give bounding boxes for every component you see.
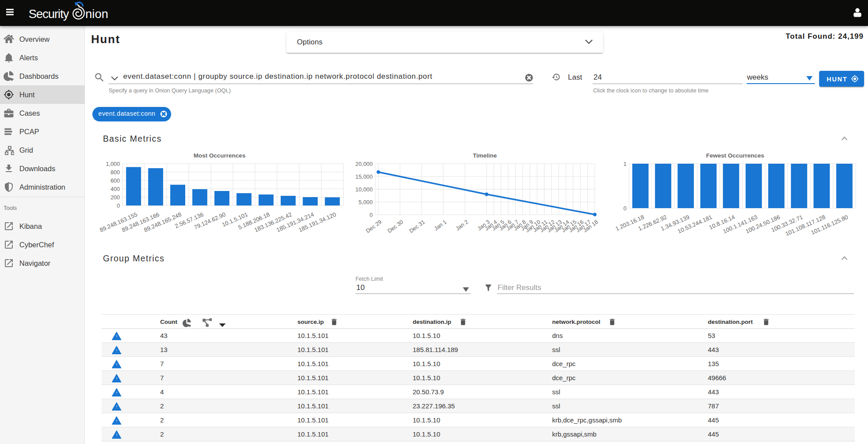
svg-text:Jan 8: Jan 8 <box>513 219 527 232</box>
svg-text:79.124.62.90: 79.124.62.90 <box>193 211 227 231</box>
svg-text:Jan 3: Jan 3 <box>476 219 491 232</box>
svg-text:100.24.50.186: 100.24.50.186 <box>744 214 781 235</box>
svg-text:100.33.32.71: 100.33.32.71 <box>770 214 804 234</box>
svg-text:Dec 29: Dec 29 <box>365 219 383 234</box>
svg-text:2.56.57.136: 2.56.57.136 <box>174 211 205 230</box>
svg-text:Jan 17: Jan 17 <box>575 219 592 234</box>
svg-text:1.226.62.92: 1.226.62.92 <box>637 214 668 232</box>
svg-text:Jan 18: Jan 18 <box>582 219 599 234</box>
svg-text:Dec 30: Dec 30 <box>387 219 405 234</box>
svg-text:Jan 6: Jan 6 <box>498 219 513 232</box>
svg-text:Security: Security <box>29 7 69 21</box>
svg-text:400: 400 <box>110 186 120 192</box>
svg-text:Jan 15: Jan 15 <box>560 219 578 234</box>
svg-text:Fewest Occurrences: Fewest Occurrences <box>706 152 764 159</box>
svg-text:0: 0 <box>370 212 373 218</box>
svg-text:10.1.5.101: 10.1.5.101 <box>221 211 249 228</box>
svg-text:89.248.163.155: 89.248.163.155 <box>99 211 138 234</box>
svg-text:Jan 13: Jan 13 <box>546 219 563 234</box>
svg-text:Jan 9: Jan 9 <box>520 219 534 232</box>
svg-text:Jan 4: Jan 4 <box>483 219 498 232</box>
svg-text:1.34.93.139: 1.34.93.139 <box>660 214 691 232</box>
svg-text:0: 0 <box>623 205 626 212</box>
svg-text:Jan 12: Jan 12 <box>539 219 556 234</box>
svg-text:5.188.206.18: 5.188.206.18 <box>237 211 271 231</box>
svg-text:10.53.244.181: 10.53.244.181 <box>677 214 713 235</box>
svg-text:Jan 2: Jan 2 <box>455 219 469 232</box>
svg-text:Jan 11: Jan 11 <box>532 219 549 233</box>
svg-text:5,000: 5,000 <box>359 199 373 205</box>
svg-text:Jan 14: Jan 14 <box>553 219 570 234</box>
svg-text:185.191.34.120: 185.191.34.120 <box>297 211 337 234</box>
svg-text:600: 600 <box>110 177 120 184</box>
svg-text:10.8.16.14: 10.8.16.14 <box>708 214 736 231</box>
svg-text:20,000: 20,000 <box>355 161 373 167</box>
svg-text:1.203.16.18: 1.203.16.18 <box>615 214 645 232</box>
svg-text:185.191.34.214: 185.191.34.214 <box>275 211 315 234</box>
svg-text:101.108.117.128: 101.108.117.128 <box>784 214 827 238</box>
svg-text:Jan 5: Jan 5 <box>491 219 505 232</box>
svg-text:Jan 7: Jan 7 <box>505 219 520 232</box>
svg-text:Jan 1: Jan 1 <box>433 219 447 232</box>
svg-text:Dec 31: Dec 31 <box>408 219 426 234</box>
svg-text:Timeline: Timeline <box>473 152 497 159</box>
svg-text:200: 200 <box>110 194 120 201</box>
svg-text:nion: nion <box>85 7 108 21</box>
svg-text:1,000: 1,000 <box>106 161 120 167</box>
svg-text:0: 0 <box>117 202 120 209</box>
svg-text:89.248.163.166: 89.248.163.166 <box>121 211 161 234</box>
svg-text:15,000: 15,000 <box>355 173 373 180</box>
svg-text:101.116.125.80: 101.116.125.80 <box>810 214 849 236</box>
svg-text:Jan 16: Jan 16 <box>568 219 585 234</box>
svg-text:800: 800 <box>110 169 120 176</box>
svg-text:89.248.165.248: 89.248.165.248 <box>143 211 183 234</box>
svg-text:100.1.141.163: 100.1.141.163 <box>722 214 758 235</box>
svg-text:10,000: 10,000 <box>355 186 373 193</box>
svg-text:183.136.225.42: 183.136.225.42 <box>253 211 293 234</box>
svg-text:Jan 10: Jan 10 <box>524 219 542 234</box>
svg-text:Most Occurrences: Most Occurrences <box>194 152 245 159</box>
svg-text:1: 1 <box>623 161 626 167</box>
